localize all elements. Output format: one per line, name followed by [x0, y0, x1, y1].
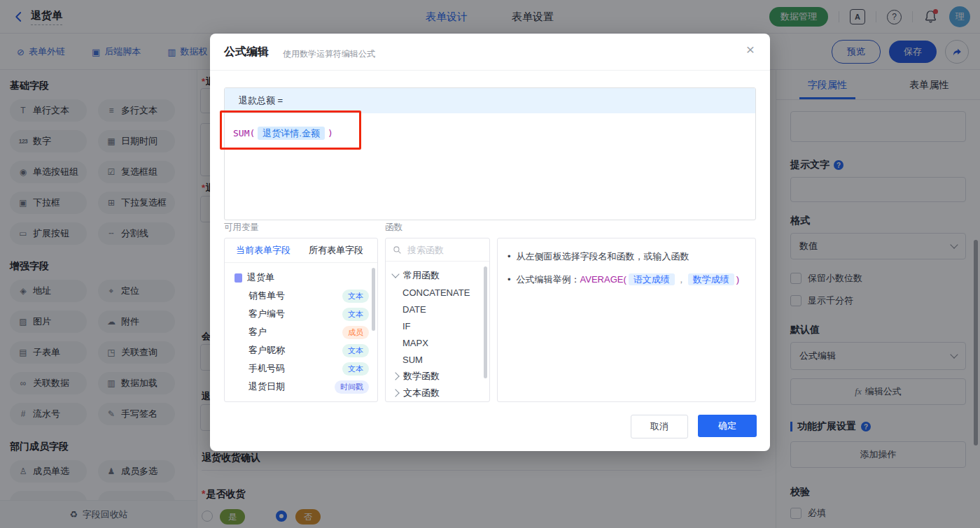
modal-title: 公式编辑 [224, 45, 269, 59]
function-item[interactable]: MAPX [386, 334, 489, 351]
help-panel: •从左侧面板选择字段名和函数，或输入函数 •公式编辑举例：AVERAGE(语文成… [497, 238, 756, 402]
help-line-2: •公式编辑举例：AVERAGE(语文成绩，数学成绩) [507, 273, 746, 287]
variable-row[interactable]: 手机号码文本 [225, 359, 377, 378]
example-field-chip: 数学成绩 [688, 273, 734, 285]
type-tag: 文本 [342, 290, 369, 303]
app-window: 退货单 表单设计 表单设置 数据管理 A ? 理 ⊘表单外链 ▣后端脚本 ▥数据… [0, 0, 980, 528]
function-item[interactable]: IF [386, 317, 489, 334]
modal-header-divider [210, 70, 770, 71]
type-tag: 文本 [342, 344, 369, 357]
help-line-1: •从左侧面板选择字段名和函数，或输入函数 [507, 250, 746, 264]
function-search-input[interactable] [406, 244, 479, 256]
tab-all-form-fields[interactable]: 所有表单字段 [309, 244, 363, 257]
formula-target: 退款总额 = [225, 88, 755, 113]
tab-current-form-fields[interactable]: 当前表单字段 [236, 244, 290, 257]
functions-panel: 常用函数 CONCATENATE DATE IF MAPX SUM 数学函数 文… [385, 238, 490, 402]
example-function-name: AVERAGE( [580, 274, 626, 285]
variables-tabs: 当前表单字段 所有表单字段 [225, 238, 377, 263]
chevron-right-icon [391, 389, 399, 397]
confirm-button[interactable]: 确定 [698, 415, 757, 437]
function-group-text[interactable]: 文本函数 [386, 385, 489, 401]
type-tag: 时间戳 [335, 380, 369, 394]
functions-label: 函数 [385, 222, 402, 234]
variables-label: 可用变量 [224, 222, 259, 234]
close-icon[interactable]: × [746, 42, 755, 57]
type-tag: 成员 [342, 326, 369, 339]
chevron-right-icon [391, 372, 399, 380]
example-close-paren: ) [736, 274, 739, 285]
function-group-math[interactable]: 数学函数 [386, 368, 489, 385]
function-search[interactable] [386, 238, 489, 262]
formula-edit-modal: 公式编辑 使用数学运算符编辑公式 × 退款总额 = SUM(退货详情.金额) 可… [210, 34, 770, 451]
function-item[interactable]: SUM [386, 351, 489, 368]
function-item[interactable]: CONCATENATE [386, 284, 489, 301]
type-tag: 文本 [342, 362, 369, 376]
modal-subtitle: 使用数学运算符编辑公式 [283, 48, 375, 60]
variable-tree-root[interactable]: 退货单 [225, 269, 377, 287]
chevron-down-icon [391, 270, 399, 278]
cancel-button[interactable]: 取消 [631, 415, 688, 438]
variable-row[interactable]: 销售单号文本 [225, 287, 377, 305]
variables-scrollbar[interactable] [372, 268, 375, 331]
function-group-common[interactable]: 常用函数 [386, 267, 489, 284]
variables-panel: 当前表单字段 所有表单字段 退货单 销售单号文本 客户编号文本 客户成员 客户昵… [224, 238, 378, 402]
function-item[interactable]: DATE [386, 301, 489, 317]
formula-editor[interactable]: 退款总额 = SUM(退货详情.金额) [224, 87, 756, 220]
form-doc-icon [234, 273, 242, 283]
annotation-highlight-box [220, 110, 361, 150]
example-field-chip: 语文成绩 [629, 273, 675, 285]
variable-row[interactable]: 客户昵称文本 [225, 341, 377, 359]
variable-row[interactable]: 客户成员 [225, 323, 377, 341]
variable-row[interactable]: 退货日期时间戳 [225, 378, 377, 396]
type-tag: 文本 [342, 308, 369, 321]
variable-row[interactable]: 客户编号文本 [225, 305, 377, 323]
functions-scrollbar[interactable] [484, 266, 487, 378]
search-icon [393, 245, 402, 255]
